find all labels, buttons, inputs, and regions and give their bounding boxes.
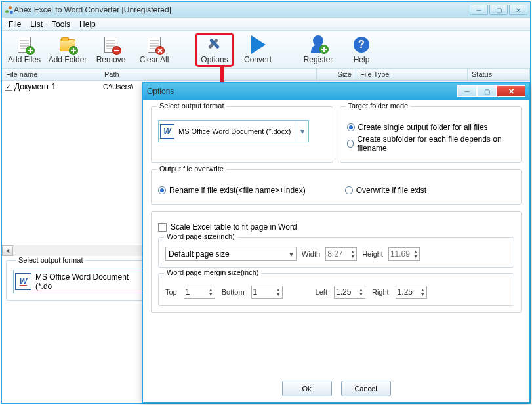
toolbar: Add Files Add Folder Remove Clear All Op… xyxy=(2,31,530,69)
col-path[interactable]: Path xyxy=(100,69,317,80)
add-folder-label: Add Folder xyxy=(49,55,87,64)
checkbox-icon xyxy=(158,223,167,232)
dialog-maximize-button[interactable]: ▢ xyxy=(477,85,497,97)
ok-button[interactable]: Ok xyxy=(282,381,332,396)
spinner-icon[interactable]: ▲▼ xyxy=(359,288,363,297)
remove-label: Remove xyxy=(96,55,126,64)
target-single-radio[interactable]: Create single output folder for all file… xyxy=(347,123,515,132)
titlebar[interactable]: Abex Excel to Word Converter [Unregister… xyxy=(2,2,530,18)
spinner-icon[interactable]: ▲▼ xyxy=(350,249,355,259)
output-format-combo[interactable]: W MS Office Word Document (*.docx) ▾ xyxy=(158,120,309,142)
overwrite-replace-label: Overwrite if file exist xyxy=(356,186,426,195)
options-label: Options xyxy=(201,55,228,64)
margin-left-field[interactable]: 1.25▲▼ xyxy=(334,286,365,299)
maximize-button[interactable]: ▢ xyxy=(489,5,508,15)
menu-help[interactable]: Help xyxy=(75,18,100,30)
play-icon xyxy=(249,35,267,54)
clear-all-label: Clear All xyxy=(140,55,169,64)
word-settings-group: Scale Excel table to fit page in Word Wo… xyxy=(151,211,522,313)
radio-off-icon xyxy=(347,140,354,148)
target-subfolder-label: Create subfolder for each file depends o… xyxy=(357,135,514,153)
height-label: Height xyxy=(362,250,383,258)
overwrite-replace-radio[interactable]: Overwrite if file exist xyxy=(345,186,426,195)
col-status[interactable]: Status xyxy=(468,69,530,80)
dialog-minimize-button[interactable]: ─ xyxy=(457,85,477,97)
col-filename[interactable]: File name xyxy=(2,69,100,80)
output-format-label: Select output format xyxy=(16,256,85,264)
word-icon: W xyxy=(160,124,174,139)
close-button[interactable]: ✕ xyxy=(509,5,527,15)
page-size-group: Word page size(inch) Default page size ▾… xyxy=(158,237,514,268)
spinner-icon[interactable]: ▲▼ xyxy=(209,288,213,297)
register-button[interactable]: Register xyxy=(298,33,338,67)
width-label: Width xyxy=(302,250,320,258)
overwrite-rename-radio[interactable]: Rename if file exist(<file name>+index) xyxy=(158,186,306,195)
options-button[interactable]: Options xyxy=(195,33,234,67)
col-size[interactable]: Size xyxy=(317,69,356,80)
word-icon: W xyxy=(15,273,31,290)
spinner-icon[interactable]: ▲▼ xyxy=(413,249,418,259)
row-filename: Документ 1 xyxy=(14,82,56,91)
folder-add-icon xyxy=(58,35,77,54)
radio-on-icon xyxy=(347,123,355,131)
height-field[interactable]: 11.69▲▼ xyxy=(388,247,420,261)
menu-list[interactable]: List xyxy=(26,18,47,30)
margin-label: Word page mergin size(inch) xyxy=(164,268,261,276)
target-subfolder-radio[interactable]: Create subfolder for each file depends o… xyxy=(347,135,515,153)
scale-table-checkbox[interactable]: Scale Excel table to fit page in Word xyxy=(158,223,514,232)
help-button[interactable]: ? Help xyxy=(342,33,381,67)
help-label: Help xyxy=(354,55,370,64)
spinner-icon[interactable]: ▲▼ xyxy=(420,288,425,297)
file-remove-icon xyxy=(102,35,120,54)
window-title: Abex Excel to Word Converter [Unregister… xyxy=(14,5,171,14)
page-size-select[interactable]: Default page size ▾ xyxy=(165,247,297,261)
convert-button[interactable]: Convert xyxy=(238,33,277,67)
scroll-left-icon[interactable]: ◄ xyxy=(2,245,13,256)
cancel-button[interactable]: Cancel xyxy=(341,381,391,396)
page-size-label: Word page size(inch) xyxy=(164,232,237,240)
chevron-down-icon[interactable]: ▾ xyxy=(297,122,307,140)
output-format-group-dialog: Select output format W MS Office Word Do… xyxy=(151,106,333,163)
margin-group: Word page mergin size(inch) Top 1▲▼ Bott… xyxy=(158,273,514,306)
dialog-titlebar[interactable]: Options ─ ▢ ✕ xyxy=(143,83,529,100)
list-header: File name Path Size File Type Status xyxy=(2,69,530,81)
margin-top-field[interactable]: 1▲▼ xyxy=(184,286,215,299)
help-icon: ? xyxy=(352,35,371,54)
overwrite-label: Output file overwrite xyxy=(157,165,226,173)
output-format-value: MS Office Word Document (*.do xyxy=(35,272,142,291)
dialog-close-button[interactable]: ✕ xyxy=(497,85,525,97)
row-checkbox[interactable]: ✓ xyxy=(5,83,12,91)
overwrite-group: Output file overwrite Rename if file exi… xyxy=(151,169,522,205)
register-label: Register xyxy=(304,55,333,64)
margin-right-field[interactable]: 1.25▲▼ xyxy=(396,286,427,299)
dialog-footer: Ok Cancel xyxy=(143,375,529,402)
spinner-icon[interactable]: ▲▼ xyxy=(276,288,281,297)
radio-off-icon xyxy=(345,186,353,194)
margin-left-label: Left xyxy=(316,288,327,296)
margin-right-label: Right xyxy=(372,288,389,296)
chevron-down-icon[interactable]: ▾ xyxy=(289,249,293,259)
overwrite-rename-label: Rename if file exist(<file name>+index) xyxy=(169,186,306,195)
output-format-select[interactable]: W MS Office Word Document (*.do xyxy=(13,270,144,293)
add-folder-button[interactable]: Add Folder xyxy=(48,33,87,67)
clear-all-button[interactable]: Clear All xyxy=(134,33,174,67)
col-filetype[interactable]: File Type xyxy=(356,69,468,80)
file-add-icon xyxy=(15,35,33,54)
convert-label: Convert xyxy=(244,55,272,64)
dialog-title: Options xyxy=(147,87,174,96)
options-icon xyxy=(205,35,224,54)
margin-top-label: Top xyxy=(165,288,177,296)
width-field[interactable]: 8.27▲▼ xyxy=(325,247,357,261)
person-icon xyxy=(309,35,327,54)
menu-tools[interactable]: Tools xyxy=(48,18,74,30)
app-icon xyxy=(5,5,14,14)
margin-bottom-field[interactable]: 1▲▼ xyxy=(251,286,283,299)
add-files-label: Add Files xyxy=(8,55,41,64)
target-folder-label: Target folder mode xyxy=(346,102,411,110)
output-format-combo-value: MS Office Word Document (*.docx) xyxy=(178,127,291,135)
menu-file[interactable]: File xyxy=(5,18,25,30)
add-files-button[interactable]: Add Files xyxy=(5,33,44,67)
remove-button[interactable]: Remove xyxy=(91,33,131,67)
minimize-button[interactable]: ─ xyxy=(470,5,488,15)
margin-bottom-label: Bottom xyxy=(222,288,245,296)
